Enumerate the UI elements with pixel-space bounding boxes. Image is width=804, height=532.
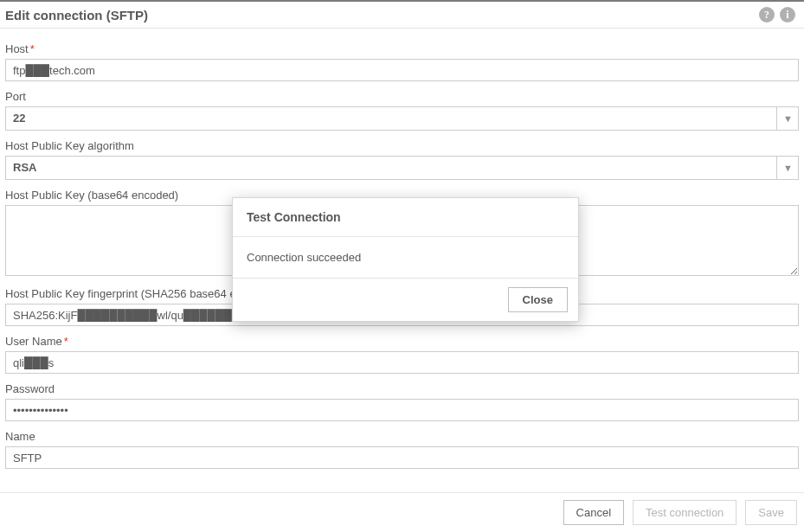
port-select[interactable]: 22 [5,106,799,131]
dialog-footer: Cancel Test connection Save [0,492,804,532]
header-icons: ? i [759,7,795,22]
dialog-title: Edit connection (SFTP) [5,8,148,22]
algorithm-select-wrap: RSA ▼ [5,156,799,180]
label-host: Host* [5,42,799,55]
field-name: Name [5,430,799,469]
label-host-text: Host [5,42,29,55]
label-username-text: User Name [5,335,62,348]
dialog-header: Edit connection (SFTP) ? i [0,0,804,29]
cancel-button[interactable]: Cancel [563,500,624,525]
modal-footer: Close [233,278,578,321]
field-username: User Name* [5,335,799,374]
algorithm-select[interactable]: RSA [5,156,799,180]
label-password: Password [5,382,799,395]
field-port: Port 22 ▼ [5,90,799,131]
field-password: Password [5,382,799,421]
info-icon[interactable]: i [780,7,795,22]
help-icon[interactable]: ? [759,7,775,22]
label-algorithm: Host Public Key algorithm [5,139,799,152]
modal-message: Connection succeeded [233,237,578,278]
required-marker: * [30,42,35,55]
label-username: User Name* [5,335,799,348]
label-port: Port [5,90,799,103]
host-input[interactable] [5,59,799,81]
username-input[interactable] [5,351,799,374]
field-host: Host* [5,42,799,81]
password-input[interactable] [5,399,799,421]
test-connection-button: Test connection [633,500,736,525]
port-select-wrap: 22 ▼ [5,106,799,131]
label-name: Name [5,430,799,443]
save-button: Save [745,500,797,525]
field-algorithm: Host Public Key algorithm RSA ▼ [5,139,799,180]
test-connection-modal: Test Connection Connection succeeded Clo… [232,197,579,322]
name-input[interactable] [5,446,799,469]
modal-title: Test Connection [233,198,578,237]
required-marker: * [64,335,68,348]
close-button[interactable]: Close [508,287,568,312]
